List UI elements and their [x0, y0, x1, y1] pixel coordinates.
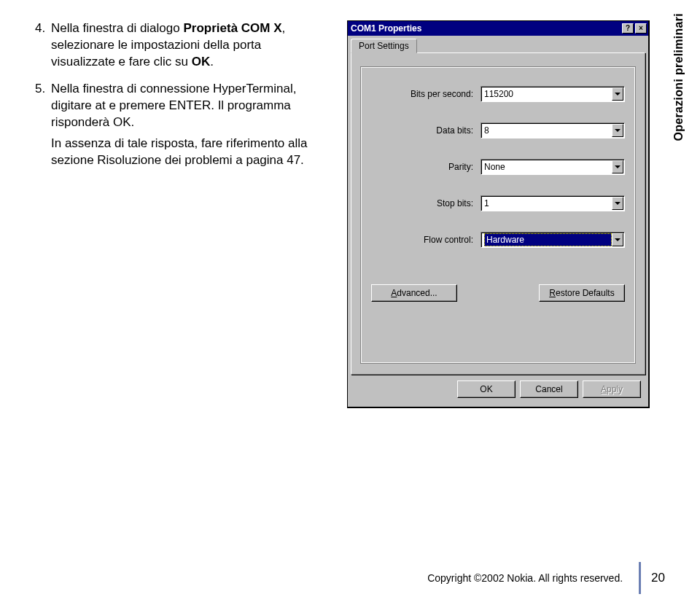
cancel-button[interactable]: Cancel: [520, 380, 578, 398]
flow-control-label: Flow control:: [371, 235, 481, 245]
apply-button: Apply: [583, 380, 641, 398]
section-side-label: Operazioni preliminari: [672, 13, 685, 141]
close-icon[interactable]: ×: [635, 23, 647, 34]
com-properties-dialog: COM1 Properties ? × Port Settings Bits p…: [347, 20, 650, 408]
ok-button[interactable]: OK: [457, 380, 516, 398]
parity-dropdown[interactable]: None: [481, 159, 625, 175]
bits-per-second-dropdown[interactable]: 115200: [481, 86, 625, 102]
stop-bits-label: Stop bits:: [371, 198, 481, 208]
title-bar[interactable]: COM1 Properties ? ×: [348, 21, 648, 36]
chevron-down-icon[interactable]: [612, 160, 623, 173]
chevron-down-icon[interactable]: [612, 197, 623, 210]
page-footer: Copyright ©2002 Nokia. All rights reserv…: [427, 562, 665, 594]
chevron-down-icon[interactable]: [612, 233, 623, 246]
chevron-down-icon[interactable]: [612, 87, 623, 101]
chevron-down-icon[interactable]: [612, 124, 623, 137]
footer-divider: [639, 562, 641, 594]
advanced-button[interactable]: Advanced...: [371, 284, 457, 302]
flow-control-dropdown[interactable]: Hardware: [481, 232, 625, 248]
tab-page: Bits per second: 115200 Data bits: 8: [351, 52, 645, 375]
step5-note: In assenza di tale risposta, fare riferi…: [51, 136, 327, 169]
data-bits-dropdown[interactable]: 8: [481, 122, 625, 138]
help-icon[interactable]: ?: [622, 23, 634, 34]
step4-text: Nella finestra di dialogo Proprietà COM …: [51, 20, 327, 71]
data-bits-label: Data bits:: [371, 125, 481, 136]
step-number: 5.: [35, 81, 51, 131]
settings-group: Bits per second: 115200 Data bits: 8: [360, 66, 636, 364]
step5-text: Nella finestra di connessione HyperTermi…: [51, 81, 327, 131]
tab-port-settings[interactable]: Port Settings: [351, 39, 417, 53]
copyright-text: Copyright ©2002 Nokia. All rights reserv…: [427, 572, 623, 584]
step-number: 4.: [35, 20, 51, 71]
window-title: COM1 Properties: [351, 23, 622, 34]
restore-defaults-button[interactable]: Restore Defaults: [539, 284, 625, 302]
page-number: 20: [651, 571, 665, 585]
parity-label: Parity:: [371, 162, 481, 172]
stop-bits-dropdown[interactable]: 1: [481, 195, 625, 211]
bits-per-second-label: Bits per second:: [371, 89, 481, 99]
instruction-column: 4. Nella finestra di dialogo Proprietà C…: [35, 20, 327, 408]
